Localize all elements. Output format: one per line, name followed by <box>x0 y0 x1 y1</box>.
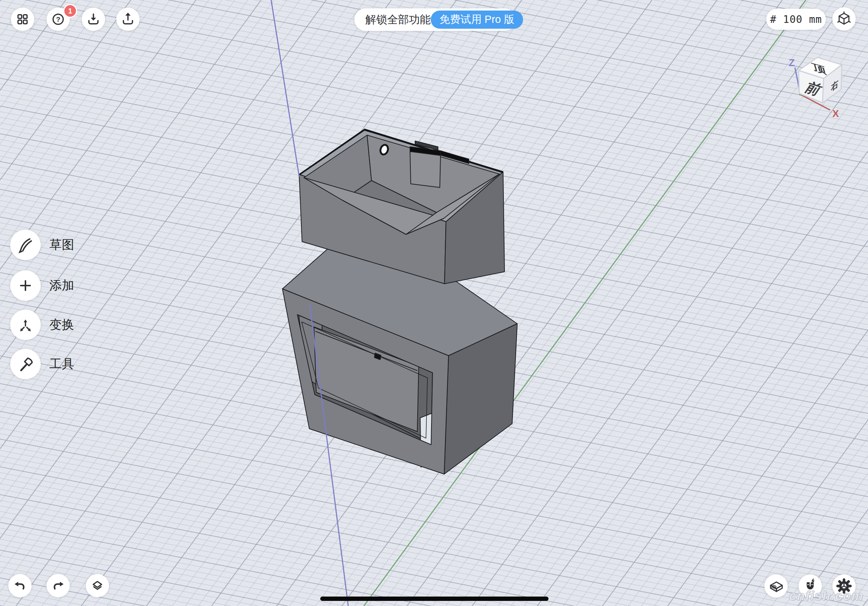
apps-button[interactable] <box>11 8 34 31</box>
watermark: cnfish.com <box>789 589 863 603</box>
toolbar-item-add[interactable]: 添加 <box>10 270 74 301</box>
apps-grid-icon <box>14 11 31 28</box>
undo-icon <box>12 577 28 594</box>
canvas-3d[interactable] <box>0 0 868 606</box>
toolbar-label-tools: 工具 <box>50 356 74 373</box>
section-view-icon <box>767 577 785 595</box>
transform-arrows-icon <box>16 315 35 334</box>
hammer-icon <box>16 355 35 374</box>
toolbar-item-transform[interactable]: 变换 <box>10 309 74 340</box>
export-icon <box>119 11 136 28</box>
iso-view-button[interactable] <box>832 7 856 31</box>
undo-button[interactable] <box>8 574 32 597</box>
toolbar-label-transform: 变换 <box>50 317 74 333</box>
app-screen: Z X 顶 前 右 ? 1 <box>0 0 868 606</box>
dimension-pill[interactable]: # 100 mm <box>766 9 826 30</box>
promo-label: 解锁全部功能 <box>365 12 431 27</box>
toolbar-label-sketch: 草图 <box>50 237 74 253</box>
axis-z-label: Z <box>789 57 795 68</box>
home-indicator[interactable] <box>320 597 549 601</box>
toolbar-item-sketch[interactable]: 草图 <box>10 230 74 260</box>
toolbar-item-tools[interactable]: 工具 <box>10 349 74 379</box>
layers-icon <box>89 577 106 594</box>
export-button[interactable] <box>116 8 140 31</box>
import-icon <box>85 11 102 28</box>
layers-button[interactable] <box>86 574 109 597</box>
redo-button[interactable] <box>46 574 70 597</box>
try-pro-button[interactable]: 免费试用 Pro 版 <box>431 11 523 29</box>
promo-banner[interactable]: 解锁全部功能 免费试用 Pro 版 <box>354 8 516 31</box>
svg-text:?: ? <box>56 15 60 23</box>
sketch-pen-icon <box>16 235 35 254</box>
redo-icon <box>50 577 67 594</box>
plus-icon <box>16 276 35 295</box>
iso-cube-icon <box>835 11 852 27</box>
axis-x-label: X <box>832 108 839 119</box>
view-cube[interactable]: Z X 顶 前 右 <box>781 51 868 127</box>
import-button[interactable] <box>82 8 105 31</box>
help-button[interactable]: ? 1 <box>46 8 70 31</box>
axis-z-line-upper <box>271 0 299 176</box>
notification-badge: 1 <box>63 4 77 18</box>
toolbar-label-add: 添加 <box>50 277 74 294</box>
section-view-button[interactable] <box>764 574 788 598</box>
